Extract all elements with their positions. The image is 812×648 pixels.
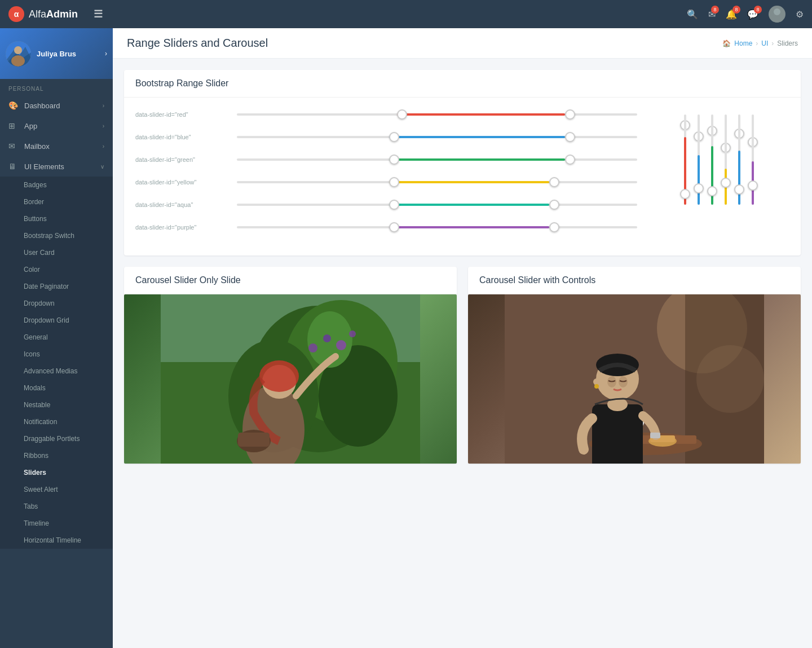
slider-row-red: data-slider-id="red" — [135, 109, 637, 120]
submenu-buttons[interactable]: Buttons — [0, 210, 113, 227]
v-thumb-bot-yellow[interactable] — [721, 178, 731, 188]
slider-track-yellow[interactable] — [237, 177, 637, 188]
submenu-general[interactable]: General — [0, 329, 113, 346]
slider-label-yellow: data-slider-id="yellow" — [135, 179, 237, 186]
slider-thumb-right-blue[interactable] — [565, 132, 575, 142]
svg-rect-22 — [238, 433, 270, 447]
slider-thumb-right-purple[interactable] — [549, 222, 559, 232]
carousel-with-controls-image[interactable] — [468, 294, 801, 464]
menu-toggle-icon[interactable]: ☰ — [94, 8, 103, 20]
breadcrumb-home-link[interactable]: Home — [734, 39, 752, 47]
v-slider-yellow[interactable] — [725, 114, 727, 216]
submenu-dropdown-grid[interactable]: Dropdown Grid — [0, 312, 113, 329]
sidebar-item-label-mailbox: Mailbox — [24, 142, 50, 151]
slider-thumb-left-purple[interactable] — [389, 222, 399, 232]
topnav-right: 🔍 ✉ 8 🔔 8 💬 8 ⚙ — [687, 6, 804, 23]
submenu-sliders[interactable]: Sliders — [0, 464, 113, 481]
bell-button[interactable]: 🔔 8 — [726, 9, 737, 20]
sidebar-profile[interactable]: Juliya Brus › — [0, 28, 113, 79]
brand-text: AlfaAdmin — [29, 8, 78, 20]
sidebar-item-label-app: App — [24, 122, 37, 130]
slider-thumb-left-aqua[interactable] — [389, 200, 399, 210]
slider-thumb-left-blue[interactable] — [389, 132, 399, 142]
slider-track-aqua[interactable] — [237, 199, 637, 210]
sidebar-item-ui-elements[interactable]: 🖥 UI Elements ∨ — [0, 156, 113, 177]
mail-button[interactable]: ✉ 8 — [708, 9, 716, 20]
sidebar-item-app[interactable]: ⊞ App › — [0, 116, 113, 136]
user-avatar[interactable] — [769, 6, 785, 23]
carousel-only-slide-image[interactable] — [124, 294, 457, 464]
svg-point-0 — [774, 8, 780, 15]
carousel-with-controls-card: Carousel Slider with Controls — [468, 267, 801, 464]
submenu-dropdown[interactable]: Dropdown — [0, 295, 113, 312]
mail-badge: 8 — [711, 6, 719, 14]
dashboard-icon: 🎨 — [8, 101, 20, 110]
slider-track-purple[interactable] — [237, 222, 637, 233]
bootstrap-range-slider-card: Bootstrap Range Slider data-slider-id="r… — [124, 70, 801, 255]
submenu-color[interactable]: Color — [0, 261, 113, 278]
bootstrap-range-slider-header: Bootstrap Range Slider — [124, 70, 801, 98]
slider-thumb-left-yellow[interactable] — [389, 177, 399, 187]
slider-thumb-right-green[interactable] — [565, 155, 575, 165]
v-slider-aqua[interactable] — [738, 114, 740, 216]
sidebar-section-personal: PERSONAL — [0, 79, 113, 95]
svg-rect-26 — [685, 294, 764, 464]
sliders-layout: data-slider-id="red" — [135, 109, 789, 244]
carousel-only-slide-header: Carousel Slider Only Slide — [124, 267, 457, 294]
submenu-user-card[interactable]: User Card — [0, 244, 113, 261]
settings-button[interactable]: ⚙ — [796, 9, 804, 20]
svg-point-16 — [336, 340, 346, 350]
slider-thumb-left-red[interactable] — [397, 109, 407, 120]
page-header: Range Sliders and Carousel 🏠 Home › UI ›… — [113, 28, 812, 59]
svg-rect-34 — [592, 404, 643, 464]
slider-track-blue[interactable] — [237, 131, 637, 143]
v-thumb-bot-green[interactable] — [707, 186, 717, 196]
search-button[interactable]: 🔍 — [687, 9, 698, 20]
chat-button[interactable]: 💬 8 — [747, 9, 758, 20]
carousel-with-controls-body — [468, 294, 801, 464]
v-slider-blue[interactable] — [698, 114, 700, 216]
slider-fill-green — [389, 158, 565, 161]
v-slider-purple[interactable] — [752, 114, 754, 216]
v-thumb-bot-aqua[interactable] — [734, 184, 744, 195]
submenu-badges[interactable]: Badges — [0, 177, 113, 193]
v-slider-red[interactable] — [684, 114, 686, 216]
bootstrap-range-slider-title: Bootstrap Range Slider — [135, 78, 789, 89]
slider-thumb-right-red[interactable] — [565, 109, 575, 120]
submenu-ribbons[interactable]: Ribbons — [0, 447, 113, 464]
topnav: α AlfaAdmin ☰ 🔍 ✉ 8 🔔 8 💬 8 ⚙ — [0, 0, 812, 28]
submenu-modals[interactable]: Modals — [0, 380, 113, 396]
svg-rect-42 — [650, 433, 660, 438]
slider-bg-aqua — [237, 204, 637, 206]
svg-point-15 — [323, 334, 331, 342]
submenu-bootstrap-switch[interactable]: Bootstrap Switch — [0, 227, 113, 244]
breadcrumb-sep2: › — [771, 39, 774, 47]
slider-thumb-right-aqua[interactable] — [549, 200, 559, 210]
slider-thumb-right-yellow[interactable] — [549, 177, 559, 187]
submenu-icons[interactable]: Icons — [0, 346, 113, 363]
slider-label-red: data-slider-id="red" — [135, 111, 237, 118]
submenu-border[interactable]: Border — [0, 193, 113, 210]
v-thumb-bot-purple[interactable] — [748, 180, 758, 191]
submenu-draggable-portlets[interactable]: Draggable Portlets — [0, 430, 113, 447]
submenu-sweet-alert[interactable]: Sweet Alert — [0, 481, 113, 498]
slider-track-red[interactable] — [237, 109, 637, 120]
submenu-advanced-medias[interactable]: Advanced Medias — [0, 363, 113, 380]
slider-track-green[interactable] — [237, 154, 637, 165]
submenu-horizontal-timeline[interactable]: Horizontal Timeline — [0, 532, 113, 549]
sidebar-item-mailbox[interactable]: ✉ Mailbox › — [0, 136, 113, 156]
submenu-nestable[interactable]: Nestable — [0, 396, 113, 413]
submenu-date-paginator[interactable]: Date Paginator — [0, 278, 113, 295]
slider-row-yellow: data-slider-id="yellow" — [135, 177, 637, 188]
v-slider-green[interactable] — [711, 114, 713, 216]
slider-thumb-left-green[interactable] — [389, 155, 399, 165]
submenu-tabs[interactable]: Tabs — [0, 498, 113, 515]
v-thumb-bot-blue[interactable] — [694, 183, 704, 193]
v-thumb-bot-red[interactable] — [680, 189, 690, 199]
svg-point-39 — [594, 384, 599, 389]
sidebar-item-dashboard[interactable]: 🎨 Dashboard › — [0, 95, 113, 116]
breadcrumb-ui-link[interactable]: UI — [761, 39, 768, 47]
submenu-timeline[interactable]: Timeline — [0, 515, 113, 532]
vertical-sliders-section — [648, 109, 789, 244]
submenu-notification[interactable]: Notification — [0, 413, 113, 430]
